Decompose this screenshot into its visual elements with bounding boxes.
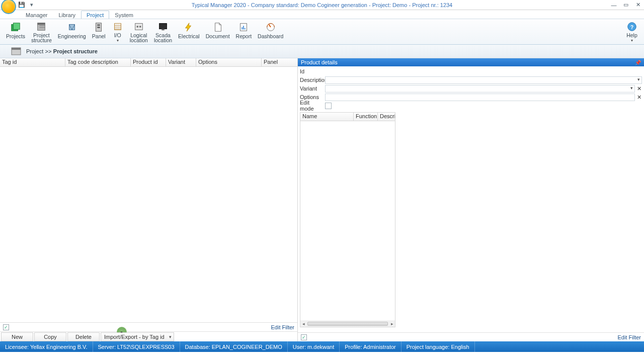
right-pane: Product details 📌 Id Description Variant… [298, 58, 644, 341]
svg-rect-26 [12, 48, 21, 50]
pin-icon[interactable]: 📌 [635, 60, 641, 65]
maximize-button[interactable]: ▭ [620, 0, 632, 10]
col-descripti[interactable]: Descripti [378, 113, 395, 121]
col-name[interactable]: Name [300, 113, 354, 121]
dashboard-icon [265, 21, 277, 33]
breadcrumb-text: Project >> Project structure [26, 48, 98, 55]
product-details-header: Product details 📌 [298, 58, 644, 66]
ribbon-projects[interactable]: Projects [3, 20, 28, 43]
ribbon-project-structure[interactable]: Project structure [28, 20, 55, 43]
ribbon-report[interactable]: Report [233, 20, 255, 43]
ribbon-dashboard[interactable]: Dashboard [255, 20, 286, 43]
col-variant[interactable]: Variant [166, 58, 196, 66]
status-database: Database: EPLAN_COGINEER_DEMO [180, 341, 288, 352]
tab-system[interactable]: System [109, 11, 139, 19]
scroll-thumb[interactable] [307, 322, 388, 326]
left-filter-checkbox[interactable]: ✓ [3, 324, 9, 330]
svg-rect-19 [242, 27, 243, 30]
col-tag-id[interactable]: Tag id [0, 58, 65, 66]
left-grid-header: Tag id Tag code description Product id V… [0, 58, 297, 67]
left-edit-filter-link[interactable]: Edit Filter [271, 324, 294, 330]
svg-rect-8 [98, 27, 101, 28]
ribbon-document[interactable]: Document [203, 20, 233, 43]
close-button[interactable]: ✕ [632, 0, 644, 10]
breadcrumb-icon [10, 45, 22, 57]
electrical-icon [183, 21, 195, 33]
new-button[interactable]: New [1, 332, 33, 341]
help-icon: ? [626, 21, 638, 32]
copy-button[interactable]: Copy [34, 332, 66, 341]
io-icon [112, 21, 124, 32]
menu-tabs: Manager Library Project System [0, 10, 644, 19]
ribbon-io[interactable]: I/O ▾ [109, 20, 127, 43]
right-edit-filter-link[interactable]: Edit Filter [618, 334, 641, 340]
ribbon-panel[interactable]: Panel [89, 20, 109, 43]
sub-grid-area: Name Function Descripti ◂ ▸ [300, 112, 642, 332]
main-area: Tag id Tag code description Product id V… [0, 58, 644, 341]
statusbar: Licensee: Yellax Engineering B.V. Server… [0, 341, 644, 352]
col-tag-code-description[interactable]: Tag code description [65, 58, 131, 66]
scroll-left-icon[interactable]: ◂ [300, 321, 306, 326]
project-structure-icon [35, 21, 47, 32]
field-variant[interactable] [325, 85, 635, 93]
left-grid-body[interactable] [0, 67, 297, 322]
ribbon: Projects Project structure Engineering P… [0, 19, 644, 45]
sub-grid-scrollbar[interactable]: ◂ ▸ [300, 320, 395, 327]
titlebar: 💾 ▾ Typical Manager 2020 - Company stand… [0, 0, 644, 10]
sub-grid-body[interactable] [300, 121, 395, 320]
ribbon-logical-location[interactable]: Logical location [127, 20, 151, 43]
svg-point-15 [139, 26, 141, 28]
clear-variant-icon[interactable]: ✕ [635, 85, 642, 92]
status-server: Server: LT52\SQLEXPRESS03 [93, 341, 180, 352]
minimize-button[interactable]: — [608, 0, 620, 10]
checkbox-edit-mode[interactable] [325, 103, 332, 109]
left-pane: Tag id Tag code description Product id V… [0, 58, 298, 341]
field-description[interactable] [325, 76, 642, 84]
status-profile: Profile: Administrator [340, 341, 401, 352]
svg-rect-16 [159, 24, 167, 29]
quick-access-toolbar: 💾 ▾ [18, 2, 35, 9]
tab-library[interactable]: Library [53, 11, 81, 19]
col-options[interactable]: Options [196, 58, 262, 66]
right-filter-row: ✓ Edit Filter [298, 332, 644, 341]
window-controls: — ▭ ✕ [608, 0, 644, 10]
ribbon-scada-location[interactable]: Scada location [151, 20, 175, 43]
ribbon-electrical[interactable]: Electrical [175, 20, 203, 43]
scroll-right-icon[interactable]: ▸ [389, 321, 395, 326]
status-language: Project language: English [401, 341, 475, 352]
col-panel[interactable]: Panel [262, 58, 297, 66]
ribbon-engineering[interactable]: Engineering [55, 20, 89, 43]
svg-text:?: ? [630, 25, 633, 30]
label-variant: Variant [300, 85, 324, 92]
ribbon-help[interactable]: ? Help ▾ [623, 20, 641, 43]
label-id: Id [300, 68, 320, 74]
engineering-icon [66, 21, 78, 33]
field-options[interactable] [325, 94, 635, 101]
product-details-title: Product details [301, 59, 338, 65]
clear-options-icon[interactable]: ✕ [635, 94, 642, 101]
svg-rect-17 [162, 29, 165, 31]
delete-button[interactable]: Delete [67, 332, 100, 341]
svg-point-14 [136, 26, 138, 28]
col-product-id[interactable]: Product id [131, 58, 166, 66]
sub-grid: Name Function Descripti ◂ ▸ [300, 112, 395, 327]
svg-rect-21 [245, 28, 246, 30]
status-user: User: m.dekwant [288, 341, 340, 352]
right-filter-checkbox[interactable]: ✓ [301, 334, 307, 340]
document-icon [212, 21, 224, 33]
breadcrumb: Project >> Project structure [0, 45, 644, 58]
qat-dropdown-icon[interactable]: ▾ [28, 2, 35, 9]
projects-icon [10, 21, 22, 33]
scada-location-icon [157, 21, 169, 32]
tab-manager[interactable]: Manager [20, 11, 53, 19]
panel-icon [93, 21, 105, 33]
col-function[interactable]: Function [354, 113, 378, 121]
svg-rect-20 [243, 26, 244, 29]
window-title: Typical Manager 2020 - Company standard:… [192, 2, 453, 8]
tab-project[interactable]: Project [81, 11, 109, 19]
svg-rect-13 [135, 24, 142, 30]
left-button-row: ↖ New Copy Delete Import/Export - by Tag… [0, 331, 297, 341]
qat-save-icon[interactable]: 💾 [18, 2, 25, 9]
svg-rect-3 [38, 23, 45, 25]
import-export-dropdown[interactable]: Import/Export - by Tag id [101, 332, 174, 341]
